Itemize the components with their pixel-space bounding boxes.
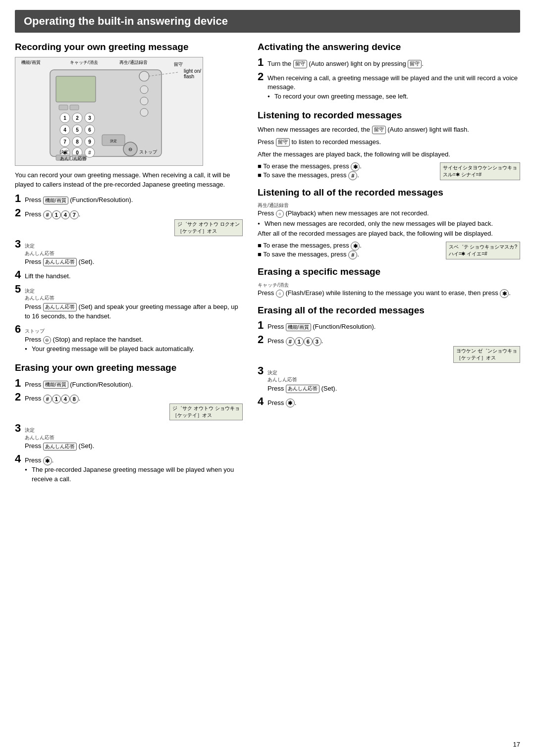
step-erall-2: 2 Press #163. ヨウケン ゼ゛ンショウキョ［ケッテイ］オス bbox=[258, 334, 520, 363]
step-era-content-4: Press ✱. The pre-recorded Japanese greet… bbox=[25, 456, 243, 486]
step-num-5: 5 bbox=[15, 284, 25, 295]
section-listenall-title: Listening to all of the recorded message… bbox=[258, 187, 520, 199]
label-kettei-3: 決定あんしん応答 bbox=[25, 243, 243, 257]
svg-text:2: 2 bbox=[76, 115, 79, 121]
anshin-badge-5: あんしん応答 bbox=[43, 303, 77, 311]
erase-specific-block: キャッチ/消去 Press ○ (Flash/Erase) while list… bbox=[258, 282, 520, 298]
step-erall-3: 3 決定あんしん応答 Press あんしん応答 (Set). bbox=[258, 365, 520, 394]
section-erase-all-title: Erasing all of the recorded messages bbox=[258, 305, 520, 316]
playback-label: 再生/通話録音 bbox=[258, 202, 520, 209]
anshin-badge-ea3: あんしん応答 bbox=[286, 385, 320, 393]
diagram-svg: 1 2 3 4 5 6 7 8 bbox=[15, 57, 204, 166]
svg-text:⊖: ⊖ bbox=[128, 147, 132, 152]
step-act-2: 2 When receiving a call, a greeting mess… bbox=[258, 71, 520, 103]
svg-point-4 bbox=[60, 113, 70, 123]
step-erall-num-3: 3 bbox=[258, 365, 268, 376]
erase-item-2: ■ To erase the messages, press ✱. bbox=[258, 242, 438, 251]
svg-point-29 bbox=[140, 86, 148, 94]
step-rec-4: 4 Lift the handset. bbox=[15, 269, 243, 281]
section-erasing-title: Erasing your own greeting message bbox=[15, 362, 243, 374]
bullet-greeting: Your greeting message will be played bac… bbox=[25, 345, 243, 354]
label-kettei-e3: 決定あんしん応答 bbox=[25, 427, 243, 441]
step-era-content-2: Press #148. ジ゛サク オウトウ ショウキョ［ケッテイ］オス bbox=[25, 394, 243, 420]
left-column: Recording your own greeting message 機能/画… bbox=[15, 42, 243, 488]
func-badge-1: 機能/画質 bbox=[43, 197, 68, 205]
step-num-4: 4 bbox=[15, 269, 25, 280]
svg-point-18 bbox=[72, 137, 82, 147]
star-specific: ✱ bbox=[500, 289, 509, 298]
svg-point-20 bbox=[85, 137, 95, 147]
label-guard: 留守 bbox=[174, 61, 183, 68]
bullet-newmsg: When new messages are recorded, only the… bbox=[258, 220, 520, 227]
label-stop: ストップ bbox=[139, 149, 157, 155]
label-kettei-ea3: 決定あんしん応答 bbox=[268, 369, 520, 384]
display-listenall: スベ゛テ ショウキョシマスカ?ハイ=✱ イイエ=# bbox=[446, 242, 520, 259]
step-content-3: 決定あんしん応答 Press あんしん応答 (Set). bbox=[25, 243, 243, 267]
svg-text:9: 9 bbox=[88, 139, 91, 145]
svg-point-16 bbox=[60, 137, 70, 147]
step-era-num-1: 1 bbox=[15, 378, 25, 389]
svg-point-30 bbox=[140, 97, 148, 105]
guard-badge-press: 留守 bbox=[276, 138, 290, 147]
flash-circle: ○ bbox=[276, 290, 284, 298]
eakey-6: 6 bbox=[304, 337, 313, 346]
label-catch: キャッチ/消去 bbox=[70, 59, 98, 66]
bullet-prerecorded: The pre-recorded Japanese greeting messa… bbox=[25, 465, 243, 484]
svg-rect-0 bbox=[50, 70, 161, 156]
step-erall-1: 1 Press 機能/画質 (Function/Resolution). bbox=[258, 320, 520, 332]
step-erall-num-4: 4 bbox=[258, 396, 268, 407]
svg-text:8: 8 bbox=[76, 139, 79, 145]
svg-point-8 bbox=[85, 113, 95, 123]
svg-line-38 bbox=[148, 72, 178, 76]
step-erall-content-2: Press #163. ヨウケン ゼ゛ンショウキョ［ケッテイ］オス bbox=[268, 337, 520, 363]
erase-item-1: ■ To erase the messages, press ✱. bbox=[258, 162, 432, 171]
header-title: Operating the built-in answering device bbox=[24, 15, 228, 27]
step-era-4: 4 Press ✱. The pre-recorded Japanese gre… bbox=[15, 454, 243, 486]
eakey-1: 1 bbox=[295, 337, 304, 346]
ekey-hash: # bbox=[43, 395, 52, 403]
svg-point-10 bbox=[60, 125, 70, 135]
svg-rect-1 bbox=[56, 76, 96, 102]
svg-text:4: 4 bbox=[63, 127, 66, 133]
svg-text:7: 7 bbox=[63, 139, 66, 145]
key-hash: # bbox=[43, 210, 52, 219]
playback-circle: ○ bbox=[276, 210, 284, 218]
listening-after: After the messages are played back, the … bbox=[258, 150, 520, 159]
step-erall-content-1: Press 機能/画質 (Function/Resolution). bbox=[268, 322, 520, 332]
svg-point-31 bbox=[140, 108, 148, 116]
section-activating-title: Activating the answering device bbox=[258, 42, 520, 53]
svg-point-12 bbox=[72, 125, 82, 135]
listening-intro: When new messages are recorded, the 留守 (… bbox=[258, 125, 520, 135]
step-content-2: Press #147. ジ゛サク オウトウ ロクオン［ケッテイ］オス bbox=[25, 210, 243, 236]
step-act-num-2: 2 bbox=[258, 71, 268, 82]
step-era-2: 2 Press #148. ジ゛サク オウトウ ショウキョ［ケッテイ］オス bbox=[15, 392, 243, 420]
listenall-after: After all of the recorded messages are p… bbox=[258, 229, 520, 239]
step-rec-5: 5 決定あんしん応答 Press あんしん応答 (Set) and speak … bbox=[15, 284, 243, 321]
step-erall-num-1: 1 bbox=[258, 320, 268, 331]
display-erall-2: ヨウケン ゼ゛ンショウキョ［ケッテイ］オス bbox=[453, 346, 520, 363]
step-content-1: Press 機能/画質 (Function/Resolution). bbox=[25, 196, 243, 205]
listenall-press-block: 再生/通話録音 Press ○ (Playback) when new mess… bbox=[258, 202, 520, 218]
star-erase-2: ✱ bbox=[351, 242, 360, 251]
svg-text:#: # bbox=[88, 150, 91, 155]
hash-save: # bbox=[348, 171, 357, 180]
display-era-2: ジ゛サク オウトウ ショウキョ［ケッテイ］オス bbox=[169, 403, 243, 420]
step-content-4: Lift the handset. bbox=[25, 272, 243, 281]
listening-actions: ■ To erase the messages, press ✱. ■ To s… bbox=[258, 162, 520, 180]
page: Operating the built-in answering device … bbox=[0, 0, 535, 756]
step-era-1: 1 Press 機能/画質 (Function/Resolution). bbox=[15, 378, 243, 390]
step-era-content-1: Press 機能/画質 (Function/Resolution). bbox=[25, 380, 243, 390]
eakey-3: 3 bbox=[313, 337, 321, 346]
listenall-items: ■ To erase the messages, press ✱. ■ To s… bbox=[258, 242, 438, 259]
step-act-1: 1 Turn the 留守 (Auto answer) light on by … bbox=[258, 57, 520, 69]
step-content-5: 決定あんしん応答 Press あんしん応答 (Set) and speak yo… bbox=[25, 288, 243, 321]
step-era-num-3: 3 bbox=[15, 423, 25, 434]
phone-diagram: 機能/画質 キャッチ/消去 再生/通話録音 留守 light on/flash bbox=[15, 57, 203, 166]
step-act-num-1: 1 bbox=[258, 57, 268, 68]
label-kikino: 機能/画質 bbox=[21, 59, 41, 66]
step-erall-4: 4 Press ✱. bbox=[258, 396, 520, 408]
key-1: 1 bbox=[52, 210, 61, 219]
svg-rect-3 bbox=[70, 105, 79, 110]
key-4: 4 bbox=[61, 210, 70, 219]
step-rec-2: 2 Press #147. ジ゛サク オウトウ ロクオン［ケッテイ］オス bbox=[15, 207, 243, 236]
